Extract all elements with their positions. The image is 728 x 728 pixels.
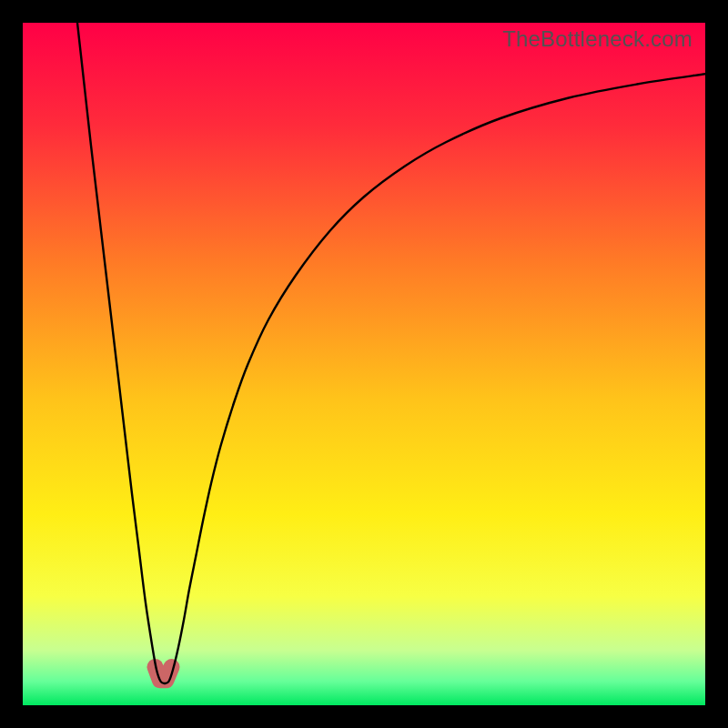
bottleneck-curve (77, 23, 705, 683)
plot-area: TheBottleneck.com (23, 23, 705, 705)
chart-frame: TheBottleneck.com (0, 0, 728, 728)
curve-layer (23, 23, 705, 705)
